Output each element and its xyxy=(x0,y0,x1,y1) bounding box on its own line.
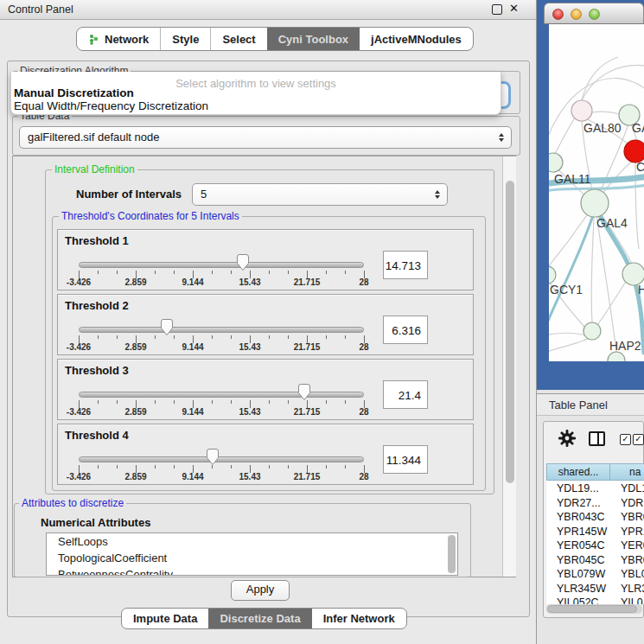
table-header-row: shared... na xyxy=(546,463,644,481)
threshold-value-field[interactable]: 11.344 xyxy=(383,445,428,474)
tick-mark xyxy=(212,335,213,339)
network-node-label: GAL4 xyxy=(596,216,628,230)
threshold-slider-track[interactable] xyxy=(79,327,364,333)
network-node-gal80[interactable] xyxy=(571,100,592,121)
algorithm-option-manual-discretization[interactable]: Manual Discretization xyxy=(14,86,134,99)
table-panel-titlebar[interactable]: Table Panel xyxy=(537,393,644,416)
tab-network[interactable]: Network xyxy=(77,28,160,50)
table-body[interactable]: YDL19...YDL1YDR27...YDR2YBR043CYBR0YPR14… xyxy=(546,481,644,604)
horizontal-scrollbar[interactable] xyxy=(546,604,642,614)
network-node-gal4[interactable] xyxy=(581,189,609,217)
tick-mark xyxy=(326,400,327,404)
threshold-title: Threshold 4 xyxy=(65,429,129,442)
threshold-title: Threshold 1 xyxy=(65,234,129,247)
threshold-slider-ticks xyxy=(79,271,364,279)
tick-label: 2.859 xyxy=(124,342,146,352)
close-traffic-light-icon[interactable] xyxy=(552,9,564,20)
minimize-traffic-light-icon[interactable] xyxy=(571,9,582,20)
table-row[interactable]: YDR27...YDR2 xyxy=(546,497,644,512)
tick-mark xyxy=(98,335,99,339)
column-header-shared-name[interactable]: shared... xyxy=(546,463,610,481)
threshold-slider-track[interactable] xyxy=(79,262,364,268)
threshold-value-field[interactable]: 14.713 xyxy=(383,251,428,279)
threshold-slider-track[interactable] xyxy=(79,392,364,398)
gear-icon[interactable] xyxy=(558,430,576,447)
zoom-traffic-light-icon[interactable] xyxy=(589,9,600,20)
bottom-tab-discretize-data[interactable]: Discretize Data xyxy=(208,609,311,628)
cell-name: YPR1 xyxy=(621,526,644,538)
horizontal-scrollbar-thumb[interactable] xyxy=(547,605,637,613)
tick-mark xyxy=(117,335,118,339)
tab-style[interactable]: Style xyxy=(160,28,210,50)
bottom-tab-impute-data[interactable]: Impute Data xyxy=(122,609,208,628)
thresholds-group-label: Threshold's Coordinates for 5 Intervals xyxy=(59,210,242,222)
tab-label: Cyni Toolbox xyxy=(278,33,348,46)
table-row[interactable]: YER054CYER0 xyxy=(546,539,644,554)
network-node-gal11[interactable] xyxy=(549,153,563,172)
numerical-attributes-list[interactable]: SelfLoopsTopologicalCoefficientBetweenne… xyxy=(46,532,458,576)
tick-mark xyxy=(269,400,270,404)
attribute-list-item[interactable]: SelfLoops xyxy=(47,533,457,550)
threshold-value-field[interactable]: 21.4 xyxy=(383,380,428,409)
number-of-intervals-combobox[interactable]: 5 xyxy=(192,183,448,206)
algorithm-option-equal-width-frequency-discretization[interactable]: Equal Width/Frequency Discretization xyxy=(14,99,208,112)
attributes-list-scrollbar-thumb[interactable] xyxy=(448,535,456,573)
network-node-hap2[interactable] xyxy=(583,322,601,340)
threshold-slider-handle[interactable] xyxy=(160,318,174,336)
table-data-combobox[interactable]: galFiltered.sif default node xyxy=(19,126,512,149)
network-node-label: GAL80 xyxy=(583,121,622,135)
bottom-tab-infer-network[interactable]: Infer Network xyxy=(312,609,406,628)
checkbox-icon[interactable]: ✓ xyxy=(633,434,644,445)
attribute-list-item[interactable]: BetweennessCentrality xyxy=(47,566,457,576)
network-node[interactable] xyxy=(608,352,625,361)
close-icon[interactable]: ✕ xyxy=(509,2,519,15)
attribute-list-item[interactable]: TopologicalCoefficient xyxy=(47,550,457,566)
threshold-slider-track[interactable] xyxy=(79,456,364,462)
columns-icon[interactable] xyxy=(589,431,605,446)
combo-arrows-icon xyxy=(435,190,440,199)
apply-button[interactable]: Apply xyxy=(231,580,290,601)
threshold-slider-handle[interactable] xyxy=(236,253,250,271)
tick-mark xyxy=(288,400,289,404)
table-row[interactable]: YIL052CYIL0 xyxy=(546,596,644,604)
table-row[interactable]: YPR145WYPR1 xyxy=(546,526,644,540)
tab-cyni-toolbox[interactable]: Cyni Toolbox xyxy=(267,28,360,50)
float-window-icon[interactable] xyxy=(492,4,502,15)
tick-label: 28 xyxy=(359,472,368,481)
tick-mark xyxy=(212,400,213,404)
threshold-slider-handle[interactable] xyxy=(297,383,311,401)
network-window-titlebar[interactable] xyxy=(544,3,644,24)
cell-shared-name: YPR145W xyxy=(557,526,607,538)
tab-select[interactable]: Select xyxy=(210,28,266,50)
table-row[interactable]: YLR345WYLR3 xyxy=(546,583,644,597)
table-row[interactable]: YBR043CYBR0 xyxy=(546,511,644,526)
vertical-scrollbar[interactable] xyxy=(502,156,516,577)
tick-label: 15.43 xyxy=(239,342,260,352)
table-row[interactable]: YBL079WYBL0 xyxy=(546,568,644,583)
control-panel-titlebar[interactable]: Control Panel ✕ xyxy=(0,0,536,20)
threshold-slider-handle[interactable] xyxy=(206,448,220,466)
cell-name: YDR2 xyxy=(621,497,644,509)
tick-label: 15.43 xyxy=(239,407,260,417)
threshold-value-field[interactable]: 6.316 xyxy=(383,316,428,344)
tab-jactivemnodules[interactable]: jActiveMNodules xyxy=(360,28,473,50)
network-node-label: GA xyxy=(632,121,644,135)
tick-mark xyxy=(117,465,118,469)
vertical-scrollbar-thumb[interactable] xyxy=(506,181,514,483)
tick-label: 9.144 xyxy=(182,277,203,287)
network-view-canvas[interactable]: GAL80GACGAL11GAL4GCY1HHAP2 xyxy=(549,24,644,361)
column-header-name[interactable]: na xyxy=(610,463,644,481)
cell-name: YIL0 xyxy=(621,596,643,604)
tick-mark xyxy=(269,335,270,339)
table-panel-title: Table Panel xyxy=(549,399,608,411)
tick-mark xyxy=(345,271,346,274)
checkbox-icon[interactable]: ✓ xyxy=(620,434,631,445)
tick-mark xyxy=(345,400,346,404)
table-data-combobox-value: galFiltered.sif default node xyxy=(28,131,159,143)
network-node-gcy1[interactable] xyxy=(549,266,556,284)
table-row[interactable]: YDL19...YDL1 xyxy=(546,482,644,497)
table-row[interactable]: YBR045CYBR0 xyxy=(546,554,644,569)
cell-shared-name: YDR27... xyxy=(557,497,601,509)
network-node-label: HAP2 xyxy=(609,339,641,353)
control-panel-window: Control Panel ✕ NetworkStyleSelectCyni T… xyxy=(0,0,537,644)
